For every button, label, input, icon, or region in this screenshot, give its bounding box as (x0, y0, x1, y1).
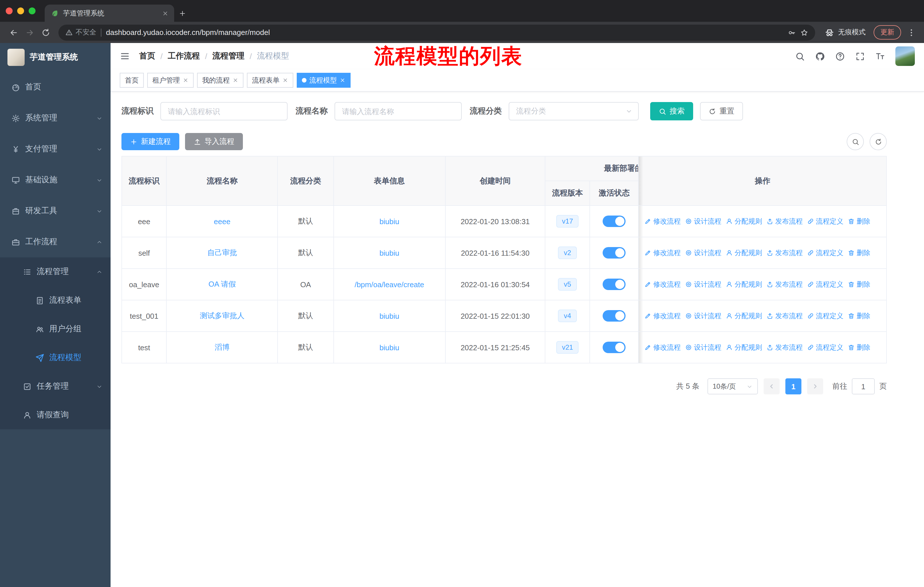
reset-button[interactable]: 重置 (700, 102, 743, 121)
sidebar-item-workflow[interactable]: 工作流程 (0, 227, 111, 257)
action-design-process[interactable]: 设计流程 (685, 217, 721, 226)
breadcrumb-item-process-management[interactable]: 流程管理 (213, 51, 244, 61)
sidebar-item-process-management[interactable]: 流程管理 (0, 257, 111, 286)
action-edit-process[interactable]: 修改流程 (645, 248, 681, 258)
sidebar-item-leave-query[interactable]: 请假查询 (0, 401, 111, 429)
form-info-link[interactable]: biubiu (380, 248, 399, 257)
action-edit-process[interactable]: 修改流程 (645, 217, 681, 226)
sidebar-item-home[interactable]: 首页 (0, 72, 111, 103)
action-process-definition[interactable]: 流程定义 (807, 342, 843, 352)
version-tag[interactable]: v5 (558, 278, 577, 291)
action-process-definition[interactable]: 流程定义 (807, 248, 843, 258)
create-process-button[interactable]: 新建流程 (121, 133, 179, 150)
browser-menu-icon[interactable] (907, 28, 916, 37)
action-assign-rule[interactable]: 分配规则 (726, 311, 762, 321)
action-edit-process[interactable]: 修改流程 (645, 311, 681, 321)
reload-button[interactable] (38, 24, 54, 41)
tag-close-icon[interactable] (340, 78, 345, 83)
action-publish-process[interactable]: 发布流程 (767, 279, 803, 289)
tag-close-icon[interactable] (183, 78, 188, 83)
search-button[interactable]: 搜索 (650, 102, 693, 121)
action-process-definition[interactable]: 流程定义 (807, 279, 843, 289)
toggle-search-button[interactable] (846, 133, 864, 150)
window-minimize-button[interactable] (17, 7, 24, 14)
action-assign-rule[interactable]: 分配规则 (726, 279, 762, 289)
action-delete[interactable]: 删除 (848, 217, 870, 226)
tag-close-icon[interactable] (282, 78, 288, 83)
next-page-button[interactable] (807, 378, 823, 394)
forward-button[interactable] (22, 24, 38, 41)
bookmark-star-icon[interactable] (800, 28, 808, 36)
security-chip[interactable]: 不安全 (65, 28, 96, 37)
window-zoom-button[interactable] (29, 7, 36, 14)
form-info-link[interactable]: /bpm/oa/leave/create (355, 280, 424, 289)
search-icon[interactable] (795, 51, 805, 61)
active-state-toggle[interactable] (602, 310, 625, 322)
address-bar[interactable]: 不安全 dashboard.yudao.iocoder.cn/bpm/manag… (58, 24, 815, 40)
action-design-process[interactable]: 设计流程 (685, 248, 721, 258)
action-delete[interactable]: 删除 (848, 311, 870, 321)
sidebar-item-process-model[interactable]: 流程模型 (0, 343, 111, 372)
question-icon[interactable] (835, 51, 845, 61)
action-design-process[interactable]: 设计流程 (685, 279, 721, 289)
action-process-definition[interactable]: 流程定义 (807, 311, 843, 321)
action-publish-process[interactable]: 发布流程 (767, 342, 803, 352)
tag-close-icon[interactable] (233, 78, 238, 83)
action-design-process[interactable]: 设计流程 (685, 342, 721, 352)
new-tab-button[interactable] (174, 5, 190, 22)
back-button[interactable] (6, 24, 22, 41)
process-name-link[interactable]: eeee (214, 217, 231, 226)
sidebar-item-dev-tools[interactable]: 研发工具 (0, 195, 111, 227)
action-delete[interactable]: 删除 (848, 342, 870, 352)
process-key-input[interactable] (160, 102, 287, 121)
action-design-process[interactable]: 设计流程 (685, 311, 721, 321)
form-info-link[interactable]: biubiu (380, 217, 399, 226)
sidebar-item-infrastructure[interactable]: 基础设施 (0, 165, 111, 195)
browser-update-button[interactable]: 更新 (874, 25, 901, 40)
goto-page-input[interactable] (852, 378, 875, 394)
action-edit-process[interactable]: 修改流程 (645, 279, 681, 289)
action-publish-process[interactable]: 发布流程 (767, 217, 803, 226)
sidebar-logo[interactable]: 芋道管理系统 (0, 43, 111, 72)
version-tag[interactable]: v17 (556, 215, 579, 228)
process-name-link[interactable]: 滔博 (215, 343, 230, 351)
tag-process-form[interactable]: 流程表单 (247, 73, 293, 88)
user-avatar[interactable] (895, 46, 915, 66)
tag-home[interactable]: 首页 (120, 73, 144, 88)
tag-my-process[interactable]: 我的流程 (197, 73, 243, 88)
tab-close-icon[interactable] (162, 10, 168, 17)
breadcrumb-item-workflow[interactable]: 工作流程 (168, 51, 200, 61)
action-process-definition[interactable]: 流程定义 (807, 217, 843, 226)
form-info-link[interactable]: biubiu (380, 343, 399, 352)
browser-tab[interactable]: 芋道管理系统 (45, 5, 174, 22)
fullscreen-icon[interactable] (855, 51, 865, 61)
github-icon[interactable] (815, 51, 825, 61)
font-size-icon[interactable] (875, 51, 885, 61)
active-state-toggle[interactable] (602, 342, 625, 353)
process-name-link[interactable]: 自己审批 (207, 248, 237, 257)
action-publish-process[interactable]: 发布流程 (767, 311, 803, 321)
sidebar-item-task-management[interactable]: 任务管理 (0, 372, 111, 401)
sidebar-item-process-form[interactable]: 流程表单 (0, 286, 111, 315)
action-delete[interactable]: 删除 (848, 279, 870, 289)
action-assign-rule[interactable]: 分配规则 (726, 342, 762, 352)
action-assign-rule[interactable]: 分配规则 (726, 248, 762, 258)
active-state-toggle[interactable] (602, 215, 625, 227)
window-close-button[interactable] (6, 7, 13, 14)
import-process-button[interactable]: 导入流程 (185, 133, 243, 150)
version-tag[interactable]: v21 (556, 341, 579, 354)
sidebar-item-system[interactable]: 系统管理 (0, 103, 111, 134)
process-name-input[interactable] (335, 102, 462, 121)
page-number-current[interactable]: 1 (785, 378, 802, 394)
refresh-table-button[interactable] (870, 133, 887, 150)
process-name-link[interactable]: OA 请假 (208, 280, 236, 288)
action-edit-process[interactable]: 修改流程 (645, 342, 681, 352)
action-delete[interactable]: 删除 (848, 248, 870, 258)
sidebar-collapse-button[interactable] (120, 51, 130, 61)
process-name-link[interactable]: 测试多审批人 (200, 311, 244, 320)
sidebar-item-user-group[interactable]: 用户分组 (0, 315, 111, 343)
version-tag[interactable]: v2 (558, 246, 577, 260)
form-info-link[interactable]: biubiu (380, 312, 399, 320)
action-publish-process[interactable]: 发布流程 (767, 248, 803, 258)
action-assign-rule[interactable]: 分配规则 (726, 217, 762, 226)
